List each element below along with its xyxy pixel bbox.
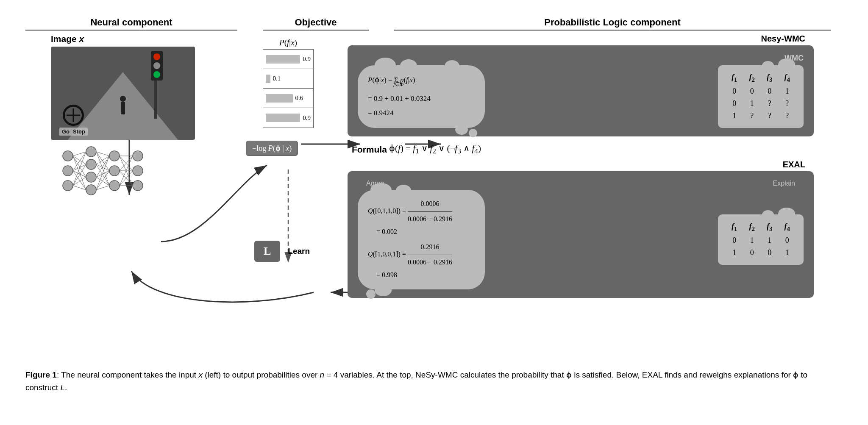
svg-point-13 (133, 166, 143, 176)
traffic-light-box (151, 51, 163, 81)
svg-point-14 (133, 181, 143, 191)
nesy-wmc-title: Nesy-WMC (348, 34, 814, 44)
exal-box: Agree Explain Q([0,1,1,0]) = 0.0006 (348, 171, 814, 297)
bar-fill-4 (266, 114, 300, 122)
L-area: L Learn (254, 241, 335, 262)
neglog-box: −log P(ϕ | x) (246, 141, 298, 156)
learn-label: Learn (288, 247, 310, 256)
person-silhouette (120, 96, 126, 114)
objective-section: P(f|x) 0.9 0.1 0.6 0.9 −log P( (242, 34, 335, 262)
svg-line-26 (73, 186, 86, 190)
bar-row-4: 0.9 (263, 108, 313, 128)
bar-row-3: 0.6 (263, 89, 313, 108)
svg-point-8 (86, 185, 96, 195)
p-formula-text: P(ϕ|x) = Σ p(f|x) f∈Φ = 0.9 + 0.01 + 0.0… (368, 73, 475, 120)
svg-point-3 (63, 166, 73, 176)
svg-point-6 (86, 159, 96, 169)
neural-net-container (59, 143, 237, 200)
wmc-table-cloud: f1 f2 f3 f4 0 0 0 1 (718, 65, 804, 128)
bar-fill-2 (266, 75, 270, 83)
neglog-area: −log P(ϕ | x) (246, 141, 335, 156)
exal-table-cloud: f1 f2 f3 f4 0 1 1 0 (718, 214, 804, 265)
wmc-box: WMC P(ϕ|x) = Σ p(f|x) f∈Φ = 0.9 + 0.01 +… (348, 45, 814, 136)
svg-point-12 (133, 151, 143, 161)
exal-table: f1 f2 f3 f4 0 1 1 0 (726, 220, 796, 259)
L-to-nn-arrow (131, 271, 314, 302)
section-headers: Neural component Objective Probabilistic… (25, 17, 831, 31)
q-formula-text: Q([0,1,1,0]) = 0.0006 0.0006 + 0.2916 = … (368, 197, 475, 281)
svg-point-9 (109, 151, 120, 161)
person-body (121, 102, 125, 114)
logic-header: Probabilistic Logic component (394, 17, 831, 31)
bar-row-2: 0.1 (263, 69, 313, 89)
traffic-light-pole (154, 76, 157, 119)
wmc-truth-table: f1 f2 f3 f4 0 0 0 1 (718, 65, 804, 128)
figure-caption: Figure 1: The neural component takes the… (25, 369, 831, 394)
svg-line-27 (96, 152, 109, 156)
traffic-scene: Go Stop (51, 47, 195, 140)
bar-row-1: 0.9 (263, 50, 313, 69)
steering-area: Go Stop (59, 105, 88, 136)
exal-truth-table: f1 f2 f3 f4 0 1 1 0 (718, 214, 804, 265)
svg-point-4 (63, 181, 73, 191)
person-head (120, 96, 126, 102)
tl-yellow (153, 62, 160, 69)
pfx-label: P(f|x) (242, 38, 335, 47)
L-box: L (254, 241, 280, 262)
bar-fill-3 (266, 94, 293, 103)
formula-row: Formula ϕ(f) = f1 ∨ f2 ∨ (¬f3 ∧ f4) (352, 143, 814, 156)
objective-header: Objective (263, 17, 369, 31)
svg-line-38 (96, 186, 109, 190)
neural-header: Neural component (25, 17, 237, 31)
p-formula-cloud: P(ϕ|x) = Σ p(f|x) f∈Φ = 0.9 + 0.01 + 0.0… (358, 65, 485, 128)
svg-point-7 (86, 172, 96, 182)
tl-green (153, 71, 160, 78)
exal-box-inner: Q([0,1,1,0]) = 0.0006 0.0006 + 0.2916 = … (358, 190, 804, 289)
logic-section: Nesy-WMC WMC P(ϕ|x) = Σ p(f|x) f∈Φ = 0.9 (348, 34, 814, 305)
exal-title: EXAL (348, 160, 814, 169)
agree-explain-row: Agree Explain (358, 180, 804, 187)
fig-num: Figure 1 (25, 370, 57, 379)
q-formula-cloud: Q([0,1,1,0]) = 0.0006 0.0006 + 0.2916 = … (358, 190, 485, 289)
go-stop-labels: Go Stop (59, 128, 88, 136)
diagram-wrapper: Image x Go Stop (25, 34, 831, 356)
svg-line-15 (73, 152, 86, 156)
image-label: Image x (51, 34, 237, 44)
bar-fill-1 (266, 55, 300, 64)
wmc-table: f1 f2 f3 f4 0 0 0 1 (726, 71, 796, 122)
wmc-box-inner: P(ϕ|x) = Σ p(f|x) f∈Φ = 0.9 + 0.01 + 0.0… (358, 65, 804, 128)
neural-net-svg (59, 143, 144, 198)
steering-wheel (63, 105, 84, 126)
bar-chart: 0.9 0.1 0.6 0.9 (263, 49, 314, 128)
svg-point-10 (109, 166, 120, 176)
svg-point-5 (86, 147, 96, 157)
neural-section: Image x Go Stop (25, 34, 237, 200)
svg-point-2 (63, 151, 73, 161)
svg-point-11 (109, 181, 120, 191)
tl-red (153, 53, 160, 60)
